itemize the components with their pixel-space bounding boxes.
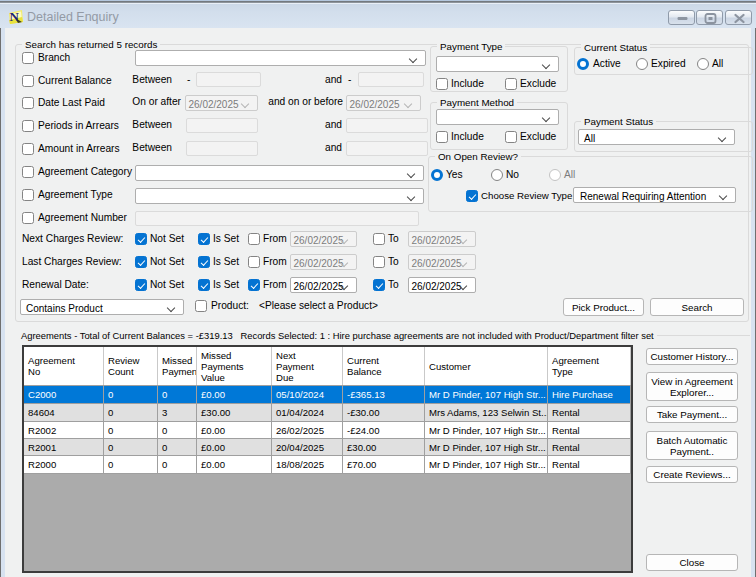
svg-text:N: N <box>10 9 20 24</box>
